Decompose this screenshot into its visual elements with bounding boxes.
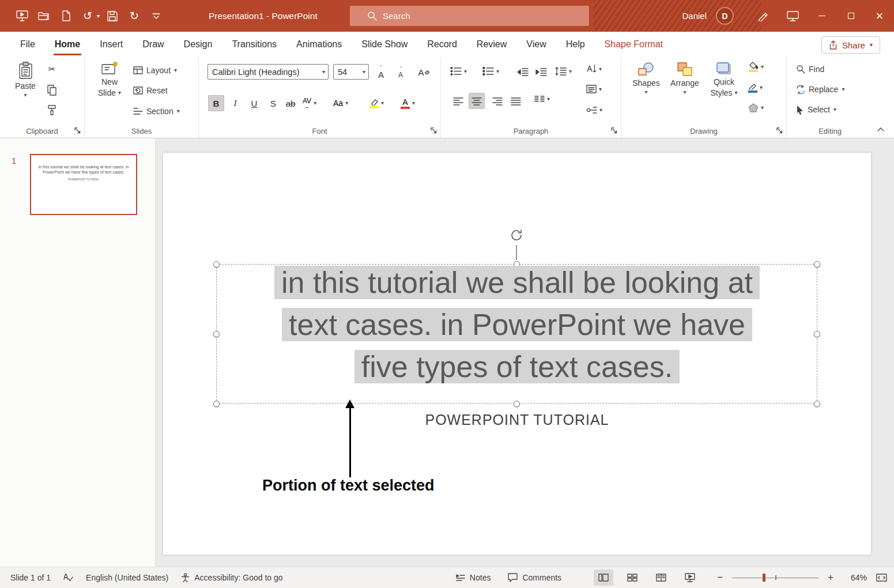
select-button[interactable]: Select ▾ [796,102,836,117]
reading-view-button[interactable] [651,570,671,586]
customize-qat-icon[interactable] [147,7,165,25]
minimize-button[interactable] [808,0,836,32]
ink-pen-icon[interactable] [748,0,778,32]
paragraph-dialog-launcher-icon[interactable] [610,126,618,134]
selected-text-line-2[interactable]: text cases. in PowerPoint we have [282,308,752,341]
resize-handle-bottom-center[interactable] [514,401,520,407]
tab-review[interactable]: Review [467,32,516,57]
tab-insert[interactable]: Insert [90,32,133,57]
paste-button[interactable]: Paste ▾ [9,62,42,98]
change-case-button[interactable]: Aa▾ [333,95,348,111]
comments-button[interactable]: Comments [508,573,561,582]
slide-thumbnail[interactable]: in this tutorial we shall be looking at … [30,154,137,215]
line-spacing-button[interactable]: ▾ [555,66,572,76]
maximize-button[interactable] [836,0,865,32]
find-button[interactable]: Find [796,62,824,77]
redo-icon[interactable]: ↻ [125,7,144,25]
start-slideshow-icon[interactable] [13,7,31,25]
shape-outline-button[interactable]: ▾ [748,82,763,93]
slideshow-view-button[interactable] [680,570,700,586]
text-direction-button[interactable]: ▾ [586,64,602,74]
shape-fill-button[interactable]: ▾ [748,62,764,72]
rotate-handle-icon[interactable] [509,228,524,243]
undo-dropdown-icon[interactable]: ▾ [97,13,100,19]
font-name-select[interactable]: Calibri Light (Headings)▾ [208,64,329,80]
drawing-dialog-launcher-icon[interactable] [775,126,783,134]
tab-transitions[interactable]: Transitions [222,32,286,57]
justify-button[interactable] [508,93,524,109]
notes-button[interactable]: Notes [456,573,491,582]
slide-canvas[interactable]: in this tutorial we shall be looking at … [163,153,871,555]
slide-title-text[interactable]: in this tutorial we shall be looking at … [163,262,871,388]
increase-indent-button[interactable] [533,64,549,80]
font-size-select[interactable]: 54▾ [333,64,369,80]
numbering-button[interactable]: ▾ [482,66,499,76]
save-icon[interactable] [103,7,122,25]
align-center-button[interactable] [469,93,485,109]
clear-formatting-button[interactable]: A [416,64,432,80]
tab-view[interactable]: View [516,32,556,57]
fit-to-window-button[interactable] [876,573,887,582]
tab-shape-format[interactable]: Shape Format [595,32,673,57]
display-settings-icon[interactable] [778,0,808,32]
shrink-font-button[interactable]: ˇA [393,64,409,80]
tab-file[interactable]: File [10,32,45,57]
layout-button[interactable]: Layout▾ [133,63,177,78]
tab-slide-show[interactable]: Slide Show [352,32,417,57]
bold-button[interactable]: B [208,95,224,111]
share-button[interactable]: Share ▾ [821,36,880,54]
new-file-icon[interactable] [56,7,75,25]
underline-button[interactable]: U [246,95,262,111]
reset-button[interactable]: Reset [133,83,168,98]
new-slide-button[interactable]: New Slide▾ [92,62,127,97]
slide-subtitle-text[interactable]: POWERPOINT TUTORIAL [163,412,871,428]
strikethrough-button[interactable]: ab [282,95,299,111]
italic-button[interactable]: I [227,95,243,111]
avatar[interactable]: D [716,7,734,25]
zoom-out-button[interactable]: − [717,572,723,583]
tab-animations[interactable]: Animations [286,32,352,57]
slide-sorter-view-button[interactable] [623,570,642,586]
character-spacing-button[interactable]: AV↔ ▾ [303,95,316,111]
section-button[interactable]: Section▾ [133,104,180,119]
replace-button[interactable]: Replace ▾ [796,82,844,97]
undo-icon[interactable]: ↺ [78,7,97,25]
zoom-slider[interactable] [732,574,818,582]
align-right-button[interactable] [489,93,506,109]
shape-effects-button[interactable]: ▾ [748,103,764,112]
search-input[interactable] [383,11,556,21]
decrease-indent-button[interactable] [515,64,531,80]
accessibility-button[interactable]: Accessibility: Good to go [181,573,282,582]
font-dialog-launcher-icon[interactable] [429,126,437,134]
tab-record[interactable]: Record [417,32,467,57]
resize-handle-bottom-right[interactable] [814,401,820,407]
zoom-in-button[interactable]: + [828,572,833,583]
copy-button[interactable] [44,82,60,98]
bullets-button[interactable]: ▾ [450,66,467,76]
format-painter-button[interactable] [44,102,60,118]
align-text-button[interactable]: ▾ [586,85,602,93]
tab-home[interactable]: Home [45,32,90,57]
arrange-button[interactable]: Arrange ▾ [667,62,702,95]
convert-to-smartart-button[interactable]: ▾ [586,105,602,115]
zoom-level[interactable]: 64% [843,573,867,582]
text-shadow-button[interactable]: S [265,95,281,111]
user-name[interactable]: Daniel [682,11,707,21]
search-box[interactable] [350,6,589,26]
tab-design[interactable]: Design [174,32,222,57]
normal-view-button[interactable] [594,570,613,586]
close-button[interactable]: × [865,0,894,32]
cut-button[interactable]: ✂ [44,61,60,77]
selected-text-line-3[interactable]: five types of text cases. [354,350,680,383]
open-file-icon[interactable] [35,7,53,25]
shapes-button[interactable]: Shapes ▾ [629,62,663,95]
align-left-button[interactable] [450,93,466,109]
tab-help[interactable]: Help [556,32,595,57]
collapse-ribbon-icon[interactable] [877,125,885,133]
language-button[interactable]: English (United States) [86,573,168,582]
quick-styles-button[interactable]: Quick Styles▾ [707,62,741,97]
spell-check-button[interactable] [63,573,73,582]
selected-text-line-1[interactable]: in this tutorial we shall be looking at [274,266,760,299]
tab-draw[interactable]: Draw [133,32,173,57]
text-highlight-button[interactable]: ▾ [369,95,384,111]
